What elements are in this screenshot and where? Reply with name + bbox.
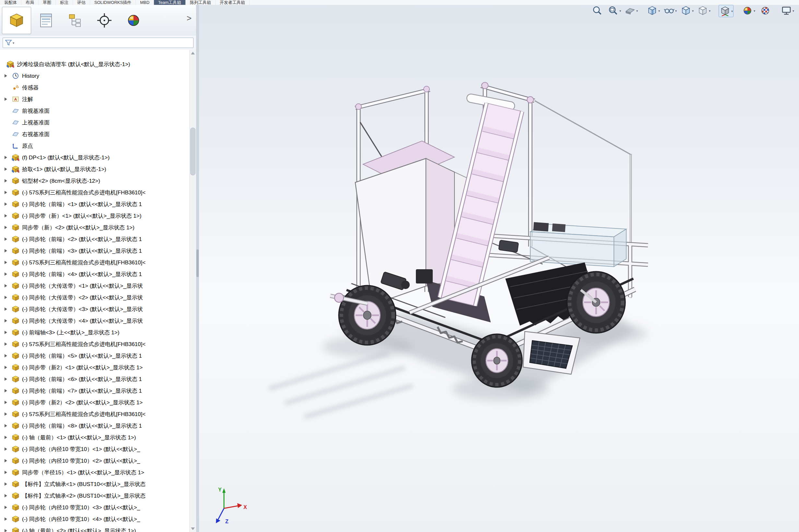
expand-arrow-icon[interactable]: [4, 74, 9, 77]
zoom-fit-button[interactable]: [590, 5, 605, 17]
ribbon-tab[interactable]: 评估: [73, 0, 90, 5]
tree-item[interactable]: History: [0, 70, 190, 82]
dimxpertmanager-tab[interactable]: [90, 7, 119, 34]
expand-arrow-icon[interactable]: [4, 97, 9, 101]
expand-arrow-icon[interactable]: [4, 203, 9, 206]
expand-arrow-icon[interactable]: [4, 389, 9, 392]
scroll-up-arrow-icon[interactable]: [191, 52, 195, 54]
ribbon-tab[interactable]: 标注: [56, 0, 73, 5]
tree-item[interactable]: 拾取<1> (默认<默认_显示状态-1>): [0, 163, 190, 175]
tree-item[interactable]: (-) 57S系列三相高性能混合式步进电机[FHB3610]<: [0, 187, 190, 198]
3d-model-beach-cleaner[interactable]: Y X Z: [199, 5, 799, 532]
filter-dropdown-arrow-icon[interactable]: [13, 41, 14, 45]
expand-arrow-icon[interactable]: [4, 471, 9, 474]
ribbon-tab[interactable]: 装配体: [0, 0, 21, 5]
apply-scene-button[interactable]: [696, 5, 711, 17]
ribbon-tab[interactable]: Team工具箱: [154, 0, 186, 5]
dropdown-arrow-icon[interactable]: [731, 10, 733, 13]
expand-arrow-icon[interactable]: [4, 307, 9, 311]
tree-item[interactable]: 右视基准面: [0, 128, 190, 140]
expand-arrow-icon[interactable]: [4, 214, 9, 217]
view-orientation-button[interactable]: [719, 5, 733, 17]
panel-splitter[interactable]: [196, 5, 199, 532]
tree-item[interactable]: (-) 同步带（新）<1> (默认<<默认>_显示状态 1>): [0, 210, 190, 222]
expand-arrow-icon[interactable]: [4, 354, 9, 357]
expand-arrow-icon[interactable]: [4, 296, 9, 299]
dropdown-arrow-icon[interactable]: [636, 9, 638, 13]
tree-item[interactable]: (-) 同步轮（大传送带）<3> (默认<<默认>_显示状: [0, 303, 190, 315]
tree-item[interactable]: (-) 同步轮（大传送带）<1> (默认<<默认>_显示状: [0, 280, 190, 291]
expand-arrow-icon[interactable]: [4, 506, 9, 509]
collapse-panel-arrow-icon[interactable]: [187, 14, 191, 22]
tree-item[interactable]: (-) 同步轮（内径10 带宽10）<4> (默认<<默认>_: [0, 513, 190, 525]
tree-item[interactable]: (-) 同步轮（前端）<3> (默认<<默认>_显示状态 1: [0, 245, 190, 256]
expand-arrow-icon[interactable]: [4, 331, 9, 334]
hide-show-items-button[interactable]: [663, 5, 677, 17]
view-settings-button[interactable]: [780, 5, 795, 17]
tree-item[interactable]: 传感器: [0, 82, 190, 93]
tree-item[interactable]: (-) 同步轮（前端）<6> (默认<<默认>_显示状态 1: [0, 373, 190, 385]
tree-item[interactable]: (-) 57S系列三相高性能混合式步进电机[FHB3610]<: [0, 338, 190, 350]
tree-item[interactable]: (-) 同步轮（前端）<2> (默认<<默认>_显示状态 1: [0, 233, 190, 245]
expand-arrow-icon[interactable]: [4, 261, 9, 264]
tree-item[interactable]: (-) 前端轴<3> (上<<默认>_显示状态 1>): [0, 327, 190, 338]
tree-item[interactable]: (-) 同步轮（内径10 带宽10）<3> (默认<<默认>_: [0, 501, 190, 513]
dropdown-arrow-icon[interactable]: [619, 9, 621, 13]
expand-arrow-icon[interactable]: [4, 284, 9, 287]
dropdown-arrow-icon[interactable]: [658, 9, 660, 13]
tree-item[interactable]: 铝型材<2> (8cm<显示状态-12>): [0, 175, 190, 187]
expand-arrow-icon[interactable]: [4, 459, 9, 462]
expand-arrow-icon[interactable]: [4, 529, 9, 532]
tree-item[interactable]: (-) 57S系列三相高性能混合式步进电机[FHB3610]<: [0, 256, 190, 268]
expand-arrow-icon[interactable]: [4, 226, 9, 229]
ribbon-tab[interactable]: SOLIDWORKS插件: [90, 0, 136, 5]
ribbon-tab[interactable]: 布局: [21, 0, 39, 5]
expand-arrow-icon[interactable]: [4, 272, 9, 276]
scene-checker-button[interactable]: [758, 5, 773, 17]
tree-item[interactable]: (-) 同步带（新2）<2> (默认<<默认>_显示状态 1>: [0, 397, 190, 408]
display-style-button[interactable]: [646, 5, 660, 17]
tree-item[interactable]: (-) 同步轮（前端）<7> (默认<<默认>_显示状态 1: [0, 385, 190, 397]
featuremanager-tab[interactable]: [2, 7, 31, 34]
tree-item[interactable]: 【标件】立式轴承<1> (BUST10<<默认>_显示状态: [0, 478, 190, 490]
expand-arrow-icon[interactable]: [4, 168, 9, 171]
configurationmanager-tab[interactable]: [61, 7, 90, 34]
tree-item[interactable]: (-) 同步轮（前端）<1> (默认<<默认>_显示状态 1: [0, 198, 190, 210]
filter-funnel-icon[interactable]: [5, 40, 12, 46]
splitter-handle[interactable]: [197, 249, 199, 277]
tree-item[interactable]: (-) 同步轮（前端）<8> (默认<<默认>_显示状态 1: [0, 420, 190, 432]
propertymanager-tab[interactable]: [32, 7, 60, 34]
appearances-sphere-button[interactable]: [741, 5, 756, 17]
zoom-area-button[interactable]: [607, 5, 621, 17]
dropdown-arrow-icon[interactable]: [754, 9, 755, 13]
expand-arrow-icon[interactable]: [4, 401, 9, 404]
tree-item[interactable]: 同步带（半径15）<1> (默认<<默认>_显示状态 1>: [0, 467, 190, 478]
expand-arrow-icon[interactable]: [4, 517, 9, 521]
expand-arrow-icon[interactable]: [4, 424, 9, 428]
expand-arrow-icon[interactable]: [4, 319, 9, 322]
expand-arrow-icon[interactable]: [4, 413, 9, 416]
dropdown-arrow-icon[interactable]: [692, 9, 694, 13]
tree-item[interactable]: (-) 同步轮（前端）<5> (默认<<默认>_显示状态 1: [0, 350, 190, 362]
tree-item[interactable]: 沙滩垃圾自动清理车 (默认<默认_显示状态-1>): [0, 58, 190, 70]
expand-arrow-icon[interactable]: [4, 448, 9, 451]
tree-item[interactable]: (-) 同步轮（内径10 带宽10）<2> (默认<<默认>_: [0, 455, 190, 467]
tree-item[interactable]: (-) 同步轮（大传送带）<2> (默认<<默认>_显示状: [0, 291, 190, 303]
tree-item[interactable]: 同步带（新）<2> (默认<<默认>_显示状态 1>): [0, 222, 190, 233]
expand-arrow-icon[interactable]: [4, 366, 9, 369]
section-view-button[interactable]: [624, 5, 638, 17]
orientation-triad[interactable]: Y X Z: [216, 487, 247, 524]
expand-arrow-icon[interactable]: [4, 342, 9, 346]
tree-item[interactable]: 注解: [0, 93, 190, 105]
tree-item[interactable]: (-) 轴（最前）<2> (默认<<默认>_显示状态 1>): [0, 525, 190, 532]
ribbon-tab[interactable]: 开发者工具箱: [216, 0, 249, 5]
tree-item[interactable]: 上视基准面: [0, 117, 190, 128]
tree-item[interactable]: 原点: [0, 140, 190, 152]
tree-item[interactable]: (-) 57S系列三相高性能混合式步进电机[FHB3610]<: [0, 408, 190, 420]
filter-input[interactable]: [16, 39, 191, 47]
dropdown-arrow-icon[interactable]: [675, 9, 677, 13]
expand-arrow-icon[interactable]: [4, 436, 9, 439]
edit-appearance-button[interactable]: [680, 5, 694, 17]
scroll-down-arrow-icon[interactable]: [191, 528, 195, 530]
tree-item[interactable]: (-) 同步轮（大传送带）<4> (默认<<默认>_显示状: [0, 315, 190, 327]
